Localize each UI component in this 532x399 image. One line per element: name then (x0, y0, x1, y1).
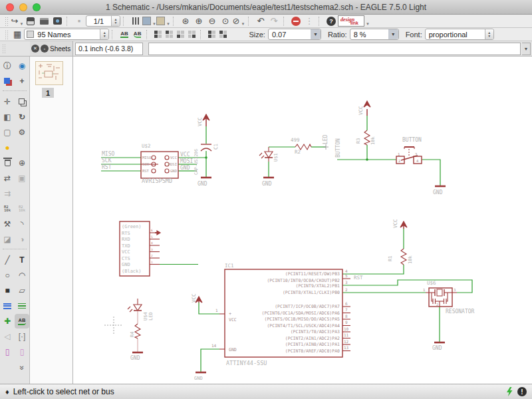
stepper-icon[interactable]: ▲▼ (100, 29, 108, 39)
show-tool[interactable]: ◉ (15, 59, 29, 73)
font-select[interactable]: proportional ▲▼ (425, 29, 494, 40)
save-button[interactable] (24, 15, 37, 27)
schematic-canvas[interactable]: U$2AVRISPSMDMISOSCKRSTVCCMOSIGNDMISOSCKR… (73, 57, 532, 384)
gateswap-tool[interactable]: ⇉ (0, 186, 15, 201)
chevron-down-icon: ▼ (166, 22, 170, 26)
smash-tool[interactable]: ⚒ (0, 217, 15, 231)
delete-tool[interactable] (0, 156, 15, 170)
svg-text:VCC: VCC (229, 317, 237, 323)
chevron-down-icon[interactable]: ▼ (388, 29, 398, 39)
junction-tool[interactable]: ✚ (0, 314, 15, 329)
command-input[interactable] (148, 43, 521, 55)
text-tool[interactable]: T (15, 253, 29, 267)
dimension-tool[interactable]: [·] (15, 329, 29, 344)
toolbar-drag-handle[interactable] (5, 30, 9, 39)
zoom-redraw-button[interactable]: ⊙ (219, 15, 232, 27)
help-button[interactable]: ? (325, 15, 338, 27)
copy-tool[interactable] (15, 94, 29, 109)
sheet-thumbnail[interactable] (35, 61, 63, 85)
move-tool[interactable]: ✛ (0, 94, 15, 109)
errors-tool[interactable]: ▯ (15, 344, 29, 359)
name-tool[interactable]: R2 10k (0, 201, 15, 216)
wire-tool[interactable]: ╱ (0, 253, 15, 267)
traffic-lights (6, 3, 41, 11)
print-button[interactable] (37, 15, 51, 27)
bus-tool[interactable] (0, 299, 15, 313)
zoom-out-button[interactable]: ⊖ (205, 15, 219, 27)
grid-button[interactable]: ▦ (13, 29, 21, 39)
more-tools-button[interactable]: » (15, 360, 29, 374)
toolbar-drag-handle[interactable] (5, 17, 9, 26)
text-origin-icon-5[interactable] (208, 31, 215, 38)
main-toolbar: ↪▼▪1/1▲▼▼▼⊛⊕⊖⊙⊘▼↶↷⋮?designlink▼ (0, 15, 532, 28)
label-tool[interactable]: AB (15, 314, 29, 329)
coordinate-display: 0.1 inch (-0.6 3.8) (75, 43, 143, 55)
svg-text:GND: GND (262, 181, 272, 187)
svg-text:U$2: U$2 (142, 143, 151, 149)
zoom-window-button[interactable] (33, 3, 41, 11)
erc-errors-icon[interactable]: ! (517, 387, 527, 396)
display-layers-tool[interactable] (0, 74, 15, 88)
optimize-tool[interactable]: ◑ (15, 232, 29, 247)
open-button[interactable]: ↪▼ (11, 15, 24, 27)
group-tool[interactable]: ▢ (0, 125, 15, 140)
export-image-button[interactable] (51, 15, 64, 27)
size-select[interactable]: 0.07 ▼ (268, 29, 321, 40)
text-origin-icon-3[interactable] (177, 31, 184, 38)
arc-tool[interactable]: ◠ (15, 268, 29, 283)
svg-text:RST: RST (102, 164, 112, 170)
circle-tool[interactable]: ○ (0, 268, 15, 283)
minimize-window-button[interactable] (19, 3, 27, 11)
sheet-number-badge[interactable]: 1 (42, 88, 54, 98)
svg-text:LED: LED (148, 312, 154, 321)
mark-tool[interactable]: + (15, 74, 29, 88)
split-tool[interactable]: ◪ (0, 232, 15, 247)
zoom-fit-button[interactable]: ⊛ (179, 15, 192, 27)
svg-text:1: 1 (151, 261, 153, 264)
schematic-board-toggle[interactable]: ▼ (142, 15, 156, 27)
close-window-button[interactable] (6, 3, 14, 11)
sheet-pin-icon[interactable]: ▪ (72, 15, 86, 27)
polygon-tool[interactable]: ▱ (15, 283, 29, 298)
svg-text:499: 499 (291, 137, 300, 143)
stop-button[interactable] (289, 15, 303, 27)
zoom-in-button[interactable]: ⊕ (192, 15, 205, 27)
ratio-select[interactable]: 8 % ▼ (350, 29, 399, 40)
paste-tool[interactable]: ● (0, 140, 15, 155)
layer-preset-toggle[interactable]: ▼ (156, 15, 170, 27)
design-link-button[interactable]: designlink▼ (338, 15, 370, 27)
rotate-tool[interactable]: ↻ (15, 110, 29, 124)
stepper-icon[interactable]: ▲▼ (485, 29, 493, 39)
info-tool[interactable]: ⓘ (0, 59, 15, 73)
layer-select[interactable]: 95 Names ▲▼ (24, 29, 109, 40)
miter-tool[interactable]: ◝ (15, 217, 29, 231)
attribute-tool[interactable]: ◁ (0, 329, 15, 344)
redo-button[interactable]: ↷ (267, 15, 281, 27)
sheets-panel-tab[interactable]: ✕ ▫ Sheets (30, 41, 73, 56)
drc-bolt-icon[interactable] (505, 386, 513, 397)
sheet-spinner[interactable]: 1/1▲▼ (86, 15, 120, 27)
pinswap-tool[interactable]: ⇄ (0, 171, 15, 186)
text-origin-icon-1[interactable] (154, 31, 162, 38)
run-indicator-icon[interactable]: ⋮ (303, 15, 316, 27)
command-history-dropdown[interactable]: ▼ (522, 43, 531, 55)
erc-tool[interactable]: ▯ (0, 344, 15, 359)
zoom-select-button[interactable]: ⊘▼ (232, 15, 245, 27)
label-style-2-button[interactable]: AB (134, 31, 142, 39)
close-panel-icon[interactable]: ✕ (31, 45, 39, 53)
text-origin-icon-4[interactable] (188, 31, 196, 38)
value-tool[interactable]: R2 10k (15, 201, 29, 216)
detach-panel-icon[interactable]: ▫ (41, 45, 49, 53)
text-origin-icon-2[interactable] (166, 31, 173, 38)
mirror-tool[interactable]: ◧ (0, 110, 15, 124)
label-style-1-button[interactable]: AB (120, 31, 128, 39)
text-origin-icon-6[interactable] (219, 31, 227, 38)
add-part-tool[interactable]: ⊕ (15, 156, 29, 170)
undo-button[interactable]: ↶ (254, 15, 267, 27)
net-tool[interactable] (15, 299, 29, 313)
replace-tool[interactable]: ▣ (15, 171, 29, 186)
rect-tool[interactable]: ■ (0, 283, 15, 298)
chevron-down-icon[interactable]: ▼ (311, 29, 321, 39)
use-library-button[interactable] (129, 15, 142, 27)
change-tool[interactable]: ⚙ (15, 125, 29, 140)
